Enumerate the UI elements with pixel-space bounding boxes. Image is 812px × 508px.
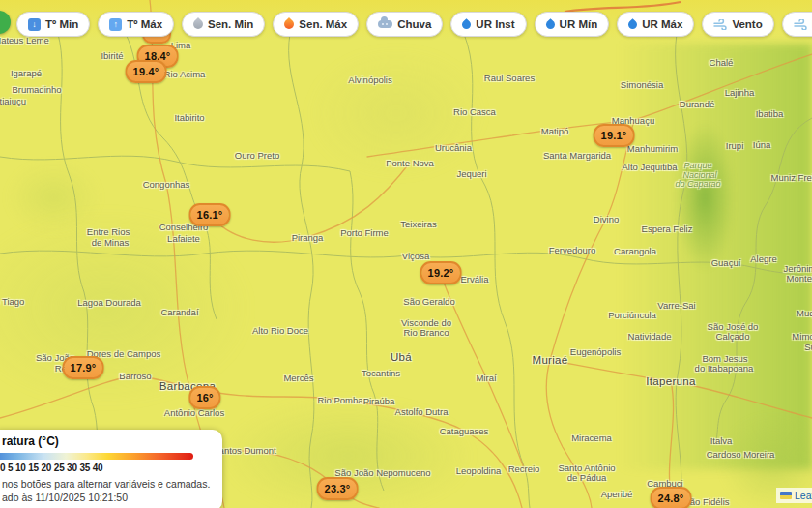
toolbar-button-label: Sen. Min	[208, 18, 253, 30]
toolbar-button-wind[interactable]: Vento	[702, 12, 773, 37]
city-label: São Geraldo	[403, 296, 454, 307]
city-label: São Tiago	[0, 296, 24, 307]
city-label: Durandé	[680, 99, 714, 109]
city-label: Muniz Freire	[771, 172, 812, 183]
temperature-marker[interactable]: 16.1°	[189, 203, 231, 226]
toolbar-button-sensation-min[interactable]: Sen. Min	[182, 12, 265, 37]
temp-min-icon	[28, 18, 41, 31]
city-label: Lagoa Dourada	[77, 297, 141, 308]
city-label: Natividade	[628, 331, 672, 342]
city-label: Urucânia	[435, 142, 472, 153]
city-label: Alto Rio Doce	[252, 325, 308, 336]
city-label: Simonésia	[621, 79, 663, 90]
city-label: Calçado	[716, 331, 750, 342]
city-label: de Minas	[92, 237, 130, 248]
city-label: Alegre	[750, 254, 776, 264]
city-label: Barroso	[119, 371, 151, 381]
city-label: de Pádua	[567, 472, 607, 483]
toolbar-button-label: UR Máx	[642, 18, 682, 30]
temperature-marker[interactable]: 17.9°	[63, 356, 104, 379]
city-label: Recreio	[508, 463, 540, 474]
city-label: Mimoso	[792, 331, 812, 342]
toolbar-button-humidity-max[interactable]: UR Máx	[617, 12, 694, 37]
city-label: Espera Feliz	[642, 224, 693, 234]
city-label: Rio Acima	[164, 69, 206, 79]
toolbar-button-humidity-inst[interactable]: UR Inst	[450, 12, 526, 37]
city-label: Guaçuí	[711, 257, 741, 268]
toolbar-button-temp-max[interactable]: Tº Máx	[98, 12, 174, 37]
rain-cloud-icon	[378, 20, 392, 28]
city-label: Muqui	[797, 308, 812, 318]
toolbar-button-humidity-min[interactable]: UR Mín	[535, 12, 610, 37]
city-label: Ervália	[460, 274, 488, 284]
city-label: Congonhas	[143, 179, 190, 190]
city-label: Manhumirim	[627, 143, 678, 154]
park-label: Parque	[683, 161, 711, 170]
toolbar-button-rain[interactable]: Chuva	[366, 12, 443, 37]
wind-icon	[713, 19, 727, 30]
sensation-min-icon	[191, 17, 205, 31]
legend-gradient-bar	[0, 453, 193, 460]
city-label: Leopoldina	[456, 465, 502, 476]
city-label: Jequeri	[456, 168, 486, 179]
city-label: Porto Firme	[340, 227, 389, 238]
city-label: Italva	[710, 435, 733, 446]
city-label: Carandaí	[160, 307, 198, 317]
city-label: do Itabapoana	[695, 363, 754, 374]
toolbar-button-sensation-max[interactable]: Sen. Máx	[273, 12, 359, 37]
temperature-marker[interactable]: 23.3°	[317, 477, 359, 500]
city-label: Entre Rios	[87, 226, 130, 237]
map-attribution[interactable]: Leaflet	[776, 488, 812, 503]
city-label: Varre-Sai	[657, 300, 695, 311]
park-label: do Caparaó	[675, 179, 720, 189]
city-label: Rio Pomba	[318, 395, 363, 405]
temperature-marker[interactable]: 19.2°	[420, 261, 462, 284]
city-label: Viçosa	[402, 251, 429, 261]
city-label: Alvinópolis	[348, 75, 392, 85]
city-label: Ubá	[391, 351, 412, 363]
toolbar-button-gusts[interactable]: Rajadas	[782, 12, 812, 37]
city-label: Brumadinho	[12, 84, 61, 95]
city-label: Muriaé	[533, 354, 568, 366]
temperature-marker[interactable]: 24.8°	[651, 487, 692, 508]
city-label: Antônio Carlos	[164, 407, 224, 418]
city-label: Lajinha	[725, 87, 755, 98]
city-label: Ibatiba	[756, 108, 784, 119]
city-label: Iúna	[753, 139, 771, 150]
leaflet-link[interactable]: Leaflet	[795, 490, 812, 501]
water-drop-icon	[626, 18, 639, 31]
toolbar-button-label: Vento	[732, 18, 762, 30]
city-label: Santos Dumont	[213, 445, 276, 456]
city-label: Raul Soares	[484, 73, 535, 83]
toolbar-button-label: Sen. Máx	[299, 18, 347, 30]
weather-map-viewport: Mateus LemeLimaIbiritéIgarapéRio AcimaBr…	[0, 0, 812, 508]
legend-title: ratura (°C)	[2, 435, 213, 448]
temperature-marker[interactable]: 19.4°	[126, 60, 167, 83]
wind-icon	[794, 19, 807, 30]
temp-max-icon	[109, 18, 122, 31]
temperature-marker[interactable]: 16°	[188, 386, 220, 409]
water-drop-icon	[544, 18, 557, 31]
city-label: Irupi	[726, 140, 743, 151]
toolbar-button-label: UR Inst	[476, 18, 514, 30]
map-toolbar: Tº Min Tº Máx Sen. Min Sen. Máx Chuva UR…	[0, 12, 812, 37]
map-layers-button[interactable]	[0, 11, 11, 34]
city-label: Santa Margarida	[543, 150, 611, 161]
toolbar-button-label: Tº Máx	[127, 18, 162, 30]
temperature-marker[interactable]: 19.1°	[594, 124, 635, 147]
city-label: Rio Casca	[453, 106, 496, 117]
city-label: Chalé	[710, 57, 734, 68]
toolbar-button-temp-min[interactable]: Tº Min	[16, 12, 90, 37]
city-label: Porciúncula	[608, 310, 656, 320]
city-label: Itabirito	[174, 112, 204, 123]
city-label: Tocantins	[362, 368, 400, 378]
city-label: Piranga	[292, 232, 324, 243]
legend-panel: ratura (°C) 0 5 10 15 20 25 30 35 40 nos…	[0, 430, 222, 508]
city-label: Ouro Preto	[235, 150, 279, 161]
legend-help-text: nos botões para alternar variáveis e cam…	[2, 478, 213, 491]
city-label: Ibirité	[101, 50, 123, 61]
city-label: Rio Branco	[404, 327, 450, 338]
city-label: Itaperuna	[646, 375, 695, 387]
city-label: Sul	[804, 342, 812, 352]
city-label: Piraúba	[363, 396, 395, 406]
